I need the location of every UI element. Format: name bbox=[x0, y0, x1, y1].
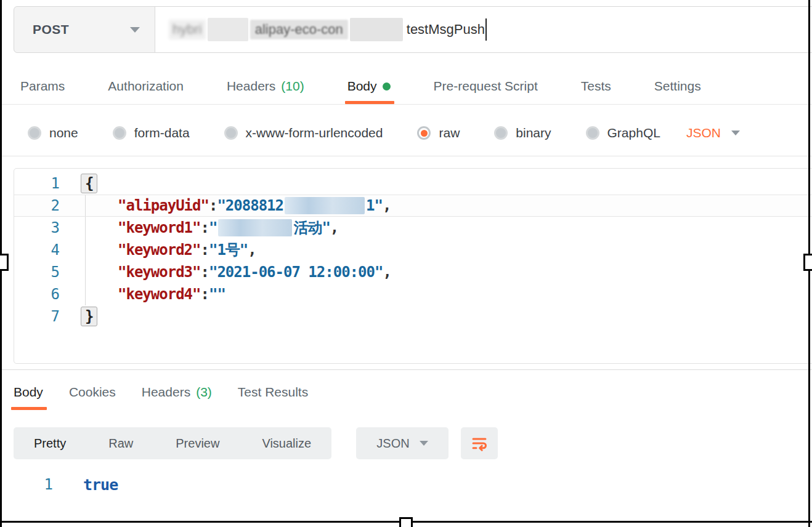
code-segment: 1" bbox=[366, 197, 383, 214]
request-body-editor[interactable]: 1{2"alipayUid":"20888121",3"keyword1":"活… bbox=[14, 168, 812, 364]
divider bbox=[0, 369, 812, 370]
body-type-label: GraphQL bbox=[607, 126, 660, 140]
line-content: { bbox=[85, 172, 97, 195]
code-segment: , bbox=[330, 219, 338, 236]
line-content: "alipayUid":"20888121", bbox=[85, 195, 391, 216]
tab-params[interactable]: Params bbox=[20, 79, 65, 94]
line-number: 5 bbox=[14, 264, 68, 281]
body-language-dropdown[interactable]: JSON bbox=[686, 126, 740, 140]
wrap-text-button[interactable] bbox=[461, 427, 498, 459]
radio-icon bbox=[113, 126, 126, 140]
body-type-form-data[interactable]: form-data bbox=[113, 126, 190, 140]
code-segment: , bbox=[383, 197, 391, 214]
code-segment: : bbox=[201, 286, 209, 303]
line-number: 3 bbox=[14, 219, 68, 236]
code-segment: "keyword1" bbox=[118, 219, 201, 236]
code-segment: , bbox=[248, 241, 256, 259]
tab-label: Headers bbox=[142, 385, 190, 400]
code-segment: : bbox=[209, 197, 217, 214]
line-content: "keyword1":"活动", bbox=[85, 217, 338, 239]
line-number: 4 bbox=[14, 241, 68, 259]
editor-lines: 1{2"alipayUid":"20888121",3"keyword1":"活… bbox=[14, 172, 812, 328]
url-blurred-prefix: hybri bbox=[169, 20, 206, 39]
body-language-label: JSON bbox=[686, 126, 721, 140]
line-content: "keyword3":"2021-06-07 12:00:00", bbox=[85, 261, 391, 283]
code-line-6[interactable]: 6"keyword4":"" bbox=[14, 283, 812, 305]
line-content: } bbox=[85, 305, 97, 328]
crop-right-handle[interactable] bbox=[803, 254, 812, 271]
code-segment: "alipayUid" bbox=[118, 197, 209, 214]
code-segment: "2021-06-07 12:00:00" bbox=[209, 264, 383, 281]
code-segment: "1号" bbox=[209, 240, 248, 260]
code-segment: " bbox=[209, 219, 217, 236]
response-language-label: JSON bbox=[376, 436, 409, 451]
view-pretty[interactable]: Pretty bbox=[34, 436, 66, 451]
crop-left-handle[interactable] bbox=[0, 254, 9, 271]
tab-label: Pre-request Script bbox=[434, 79, 538, 94]
unsaved-changes-dot-icon bbox=[383, 82, 391, 91]
body-type-raw[interactable]: raw bbox=[417, 126, 460, 140]
redacted-text-block bbox=[218, 219, 292, 236]
url-path-suffix: testMsgPush bbox=[407, 22, 485, 38]
body-type-binary[interactable]: binary bbox=[494, 126, 551, 140]
body-type-row: noneform-datax-www-form-urlencodedrawbin… bbox=[28, 123, 740, 143]
tab-label: Test Results bbox=[238, 385, 308, 400]
response-tab-cookies[interactable]: Cookies bbox=[69, 385, 116, 400]
response-body-value: true bbox=[83, 476, 118, 494]
code-line-2[interactable]: 2"alipayUid":"20888121", bbox=[14, 195, 812, 217]
line-number: 2 bbox=[14, 197, 68, 214]
body-type-label: form-data bbox=[134, 126, 190, 140]
radio-selected-icon bbox=[417, 126, 431, 140]
view-visualize[interactable]: Visualize bbox=[262, 436, 311, 451]
response-view-switcher: PrettyRawPreviewVisualize bbox=[14, 427, 331, 459]
request-tabs: ParamsAuthorizationHeaders(10)BodyPre-re… bbox=[20, 71, 701, 102]
tab-authorization[interactable]: Authorization bbox=[108, 79, 184, 94]
body-type-label: x-www-form-urlencoded bbox=[246, 126, 383, 140]
tab-count: (3) bbox=[196, 385, 212, 400]
response-language-dropdown[interactable]: JSON bbox=[356, 427, 449, 459]
code-line-7[interactable]: 7} bbox=[14, 305, 812, 328]
view-raw[interactable]: Raw bbox=[108, 436, 133, 451]
tab-pre-request-script[interactable]: Pre-request Script bbox=[434, 79, 538, 94]
response-tab-headers[interactable]: Headers(3) bbox=[142, 385, 212, 400]
code-segment: : bbox=[201, 219, 209, 236]
crop-bottom-handle[interactable] bbox=[399, 517, 413, 527]
response-tabs: BodyCookiesHeaders(3)Test Results bbox=[14, 377, 308, 408]
code-segment: "keyword2" bbox=[118, 241, 201, 259]
fold-marker[interactable]: } bbox=[81, 307, 97, 326]
radio-icon bbox=[224, 126, 238, 140]
code-segment: "keyword4" bbox=[118, 286, 201, 303]
chevron-down-icon bbox=[130, 27, 140, 33]
radio-dot-icon bbox=[421, 130, 428, 137]
fold-marker[interactable]: { bbox=[81, 174, 97, 193]
wrap-text-icon bbox=[471, 435, 488, 452]
url-redaction-block bbox=[208, 18, 248, 41]
body-type-x-www-form-urlencoded[interactable]: x-www-form-urlencoded bbox=[224, 126, 383, 140]
tab-label: Settings bbox=[654, 79, 701, 94]
tab-headers[interactable]: Headers(10) bbox=[227, 79, 304, 94]
code-line-5[interactable]: 5"keyword3":"2021-06-07 12:00:00", bbox=[14, 261, 812, 283]
body-type-none[interactable]: none bbox=[28, 126, 78, 140]
request-url-input[interactable]: hybri alipay-eco-con testMsgPush bbox=[155, 6, 812, 53]
response-tab-test-results[interactable]: Test Results bbox=[238, 385, 308, 400]
response-body-line: 1 true bbox=[0, 473, 118, 496]
radio-icon bbox=[586, 126, 599, 140]
tab-tests[interactable]: Tests bbox=[581, 79, 611, 94]
code-line-4[interactable]: 4"keyword2":"1号", bbox=[14, 239, 812, 261]
tab-settings[interactable]: Settings bbox=[654, 79, 701, 94]
code-line-1[interactable]: 1{ bbox=[14, 172, 812, 195]
tab-label: Headers bbox=[227, 79, 275, 94]
tab-label: Tests bbox=[581, 79, 611, 94]
code-segment: "2088812 bbox=[217, 197, 283, 214]
tab-body[interactable]: Body bbox=[347, 79, 391, 94]
body-type-label: raw bbox=[439, 126, 460, 140]
code-line-3[interactable]: 3"keyword1":"活动", bbox=[14, 217, 812, 239]
redacted-text-block bbox=[285, 197, 365, 214]
radio-icon bbox=[494, 126, 508, 140]
response-tab-body[interactable]: Body bbox=[14, 385, 43, 400]
body-type-graphql[interactable]: GraphQL bbox=[586, 126, 660, 140]
response-line-number: 1 bbox=[0, 476, 62, 493]
http-method-dropdown[interactable]: POST bbox=[14, 6, 155, 53]
body-type-label: none bbox=[49, 126, 78, 140]
view-preview[interactable]: Preview bbox=[176, 436, 219, 451]
